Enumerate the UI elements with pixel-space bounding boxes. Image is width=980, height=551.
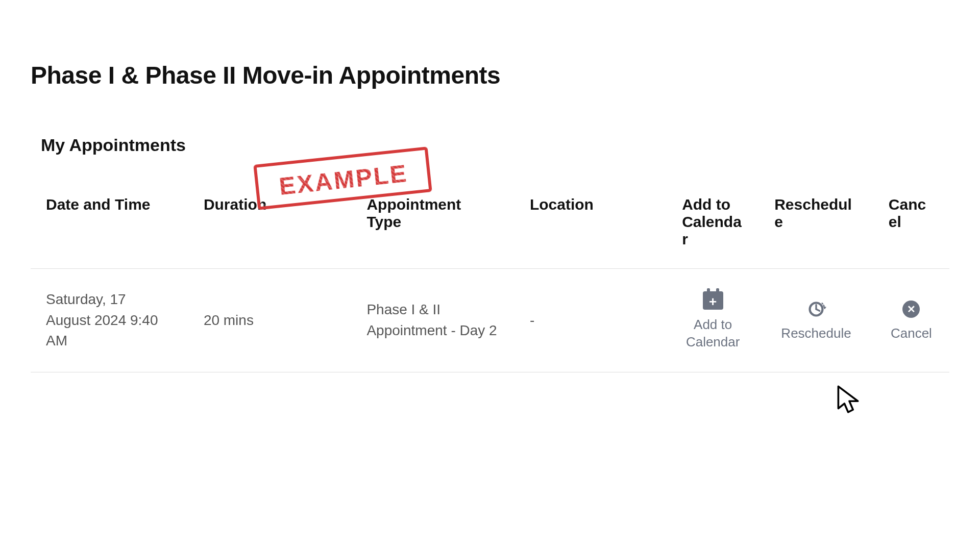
reschedule-button[interactable]: Reschedule (774, 298, 858, 342)
svg-line-2 (816, 309, 820, 311)
svg-marker-4 (838, 386, 857, 412)
col-header-duration: Duration (188, 186, 352, 269)
calendar-plus-icon: + (702, 290, 724, 311)
cancel-button[interactable]: ✕ Cancel (889, 298, 934, 342)
page-title: Phase I & Phase II Move-in Appointments (31, 61, 949, 89)
cancel-label: Cancel (891, 325, 932, 342)
col-header-reschedule: Reschedule (759, 186, 873, 269)
section-title: My Appointments (41, 135, 949, 155)
col-header-datetime: Date and Time (31, 186, 188, 269)
col-header-add-to-calendar: Add to Calendar (667, 186, 759, 269)
col-header-location: Location (514, 186, 667, 269)
cell-duration: 20 mins (188, 269, 352, 372)
col-header-cancel: Cancel (873, 186, 949, 269)
reschedule-clock-icon (805, 298, 827, 320)
add-to-calendar-button[interactable]: + Add to Calendar (682, 290, 744, 351)
reschedule-label: Reschedule (781, 325, 851, 342)
add-to-calendar-label: Add to Calendar (682, 316, 744, 351)
table-row: Saturday, 17 August 2024 9:40 AM 20 mins… (31, 269, 949, 372)
col-header-type: Appointment Type (351, 186, 514, 269)
cell-datetime: Saturday, 17 August 2024 9:40 AM (31, 269, 188, 372)
cell-type: Phase I & II Appointment - Day 2 (351, 269, 514, 372)
mouse-cursor-icon (837, 385, 862, 416)
appointments-table: Date and Time Duration Appointment Type … (31, 186, 949, 372)
cell-location: - (514, 269, 667, 372)
table-header-row: Date and Time Duration Appointment Type … (31, 186, 949, 269)
cancel-x-icon: ✕ (900, 298, 922, 320)
